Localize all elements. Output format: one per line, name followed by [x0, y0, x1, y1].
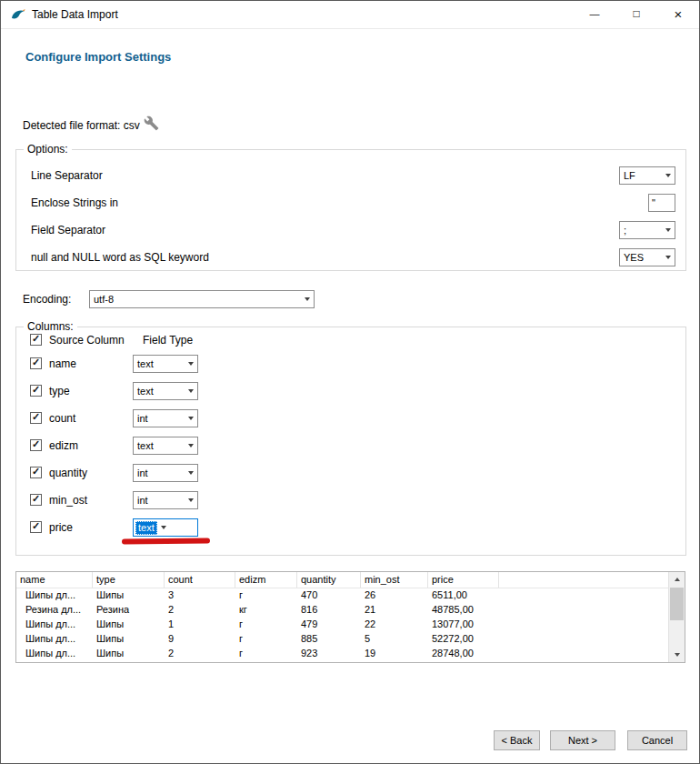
column-checkbox-count[interactable]: ✓	[30, 412, 42, 424]
preview-row[interactable]: Шипы дл... Шипы 3 г 470 26 6511,00	[16, 588, 685, 603]
preview-row[interactable]: Резина дл... Резина 2 кг 816 21 48785,00	[16, 603, 685, 618]
preview-col-header[interactable]: min_ost	[361, 572, 428, 588]
column-label-min-ost: min_ost	[49, 491, 87, 509]
minimize-button[interactable]: —	[574, 1, 615, 27]
preview-cell: 28748,00	[428, 647, 499, 661]
options-group: Options: Line Separator LF Enclose Strin…	[15, 149, 686, 271]
vertical-scrollbar[interactable]	[668, 572, 685, 662]
column-checkbox-type[interactable]: ✓	[30, 385, 42, 397]
preview-cell: 19	[361, 647, 428, 661]
table-data-import-window: Table Data Import — □ × Configure Import…	[0, 0, 700, 764]
preview-cell: 22	[361, 618, 428, 632]
detected-format-label: Detected file format: csv	[23, 119, 140, 132]
field-separator-select[interactable]: ;	[619, 221, 675, 239]
options-group-label: Options:	[24, 143, 72, 156]
preview-cell: г	[235, 632, 297, 647]
preview-row[interactable]: Шипы дл... Шипы 2 г 923 19 28748,00	[16, 647, 685, 661]
preview-cell: Резина	[93, 603, 165, 618]
preview-cell: 816	[297, 603, 361, 618]
preview-cell: г	[235, 647, 297, 661]
preview-col-header[interactable]: edizm	[235, 572, 297, 588]
field-type-header: Field Type	[143, 333, 193, 347]
mysql-dolphin-icon	[11, 7, 25, 22]
wrench-icon	[144, 116, 159, 131]
columns-group: Columns: ✓ Source Column Field Type ✓ na…	[15, 327, 686, 556]
preview-cell: 2	[165, 603, 235, 618]
select-all-checkbox[interactable]: ✓	[30, 334, 42, 346]
preview-cell: Шипы дл...	[16, 647, 93, 661]
chevron-down-icon	[661, 249, 675, 266]
chevron-down-icon	[184, 410, 197, 427]
preview-cell: Шипы дл...	[16, 632, 93, 647]
preview-cell: 48785,00	[428, 603, 499, 618]
preview-col-header[interactable]: count	[165, 572, 235, 588]
window-title: Table Data Import	[32, 1, 118, 28]
enclose-strings-label: Enclose Strings in	[31, 194, 118, 212]
column-checkbox-price[interactable]: ✓	[30, 521, 42, 533]
preview-cell: 26	[361, 588, 428, 603]
preview-cell: 885	[297, 632, 361, 647]
maximize-button[interactable]: □	[615, 1, 657, 27]
field-type-select-type[interactable]: text	[133, 382, 198, 400]
chevron-down-icon	[157, 519, 171, 536]
column-label-name: name	[49, 355, 76, 373]
preview-cell: Шипы дл...	[16, 588, 93, 603]
column-label-type: type	[49, 382, 70, 400]
field-type-select-name[interactable]: text	[133, 355, 198, 373]
preview-cell: Шипы	[93, 647, 165, 661]
field-type-select-quantity[interactable]: int	[133, 464, 198, 482]
preview-cell: 6511,00	[428, 588, 499, 603]
cancel-button[interactable]: Cancel	[627, 730, 687, 750]
chevron-down-icon	[184, 383, 197, 399]
column-checkbox-min-ost[interactable]: ✓	[30, 494, 42, 506]
chevron-down-icon	[661, 222, 675, 238]
preview-cell: Шипы	[93, 632, 165, 647]
null-keyword-label: null and NULL word as SQL keyword	[31, 248, 209, 266]
enclose-strings-input[interactable]	[648, 194, 675, 212]
preview-cell: 21	[361, 603, 428, 618]
annotation-red-underline	[122, 538, 210, 544]
preview-cell: 2	[165, 647, 235, 661]
preview-cell: г	[235, 588, 297, 603]
field-type-select-price[interactable]: text	[133, 518, 198, 537]
chevron-down-icon	[661, 167, 675, 184]
field-separator-label: Field Separator	[31, 221, 105, 239]
preview-cell: 1	[165, 618, 235, 632]
preview-row[interactable]: Шипы дл... Шипы 9 г 885 5 52272,00	[16, 632, 685, 647]
preview-cell: 5	[361, 632, 428, 647]
preview-col-header[interactable]: price	[428, 572, 499, 588]
column-checkbox-quantity[interactable]: ✓	[30, 467, 42, 478]
column-checkbox-edizm[interactable]: ✓	[30, 439, 42, 451]
preview-cell: Шипы	[93, 588, 165, 603]
preview-cell: 13077,00	[428, 618, 499, 632]
preview-cell: 470	[297, 588, 361, 603]
preview-cell: г	[235, 618, 297, 632]
scroll-down-icon[interactable]	[669, 648, 685, 662]
preview-row[interactable]: Шипы дл... Шипы 1 г 479 22 13077,00	[16, 618, 685, 632]
preview-col-header[interactable]: quantity	[297, 572, 361, 588]
preview-cell: Резина дл...	[16, 603, 93, 618]
null-keyword-select[interactable]: YES	[619, 248, 675, 266]
chevron-down-icon	[184, 356, 197, 372]
scroll-up-icon[interactable]	[669, 572, 685, 587]
encoding-select[interactable]: utf-8	[89, 290, 315, 308]
preview-col-header[interactable]: name	[16, 572, 93, 588]
back-button[interactable]: < Back	[494, 730, 540, 750]
source-column-header: Source Column	[49, 333, 125, 347]
line-separator-select[interactable]: LF	[619, 166, 675, 185]
preview-header-row: name type count edizm quantity min_ost p…	[16, 572, 685, 588]
field-type-select-edizm[interactable]: text	[133, 437, 198, 455]
scrollbar-thumb[interactable]	[670, 588, 684, 620]
titlebar[interactable]: Table Data Import — □ ×	[1, 1, 699, 29]
next-button[interactable]: Next >	[550, 730, 615, 750]
page-title: Configure Import Settings	[25, 50, 171, 64]
preview-cell: кг	[235, 603, 297, 618]
column-label-quantity: quantity	[49, 464, 87, 482]
preview-col-header[interactable]: type	[93, 572, 165, 588]
field-type-select-count[interactable]: int	[133, 409, 198, 427]
column-checkbox-name[interactable]: ✓	[30, 357, 42, 369]
close-button[interactable]: ×	[657, 1, 699, 27]
columns-group-label: Columns:	[24, 320, 77, 333]
field-type-select-min-ost[interactable]: int	[133, 491, 198, 509]
preview-cell: Шипы дл...	[16, 618, 93, 632]
